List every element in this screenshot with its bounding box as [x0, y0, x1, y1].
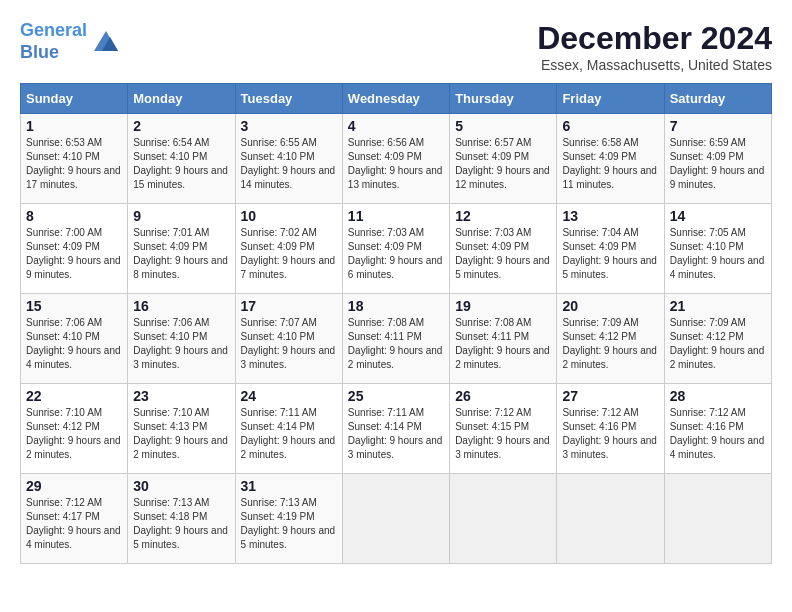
calendar-cell: 13Sunrise: 7:04 AM Sunset: 4:09 PM Dayli…: [557, 204, 664, 294]
calendar-cell: 23Sunrise: 7:10 AM Sunset: 4:13 PM Dayli…: [128, 384, 235, 474]
day-number: 25: [348, 388, 444, 404]
day-info: Sunrise: 7:13 AM Sunset: 4:18 PM Dayligh…: [133, 496, 229, 552]
calendar-cell: 7Sunrise: 6:59 AM Sunset: 4:09 PM Daylig…: [664, 114, 771, 204]
day-number: 18: [348, 298, 444, 314]
day-info: Sunrise: 6:54 AM Sunset: 4:10 PM Dayligh…: [133, 136, 229, 192]
day-number: 3: [241, 118, 337, 134]
calendar-cell: 4Sunrise: 6:56 AM Sunset: 4:09 PM Daylig…: [342, 114, 449, 204]
calendar-cell: 10Sunrise: 7:02 AM Sunset: 4:09 PM Dayli…: [235, 204, 342, 294]
day-info: Sunrise: 6:59 AM Sunset: 4:09 PM Dayligh…: [670, 136, 766, 192]
calendar-cell: 11Sunrise: 7:03 AM Sunset: 4:09 PM Dayli…: [342, 204, 449, 294]
calendar-cell: 31Sunrise: 7:13 AM Sunset: 4:19 PM Dayli…: [235, 474, 342, 564]
day-info: Sunrise: 7:03 AM Sunset: 4:09 PM Dayligh…: [455, 226, 551, 282]
day-info: Sunrise: 7:02 AM Sunset: 4:09 PM Dayligh…: [241, 226, 337, 282]
day-header-friday: Friday: [557, 84, 664, 114]
day-number: 28: [670, 388, 766, 404]
day-number: 12: [455, 208, 551, 224]
calendar-cell: 20Sunrise: 7:09 AM Sunset: 4:12 PM Dayli…: [557, 294, 664, 384]
day-info: Sunrise: 7:13 AM Sunset: 4:19 PM Dayligh…: [241, 496, 337, 552]
day-number: 21: [670, 298, 766, 314]
day-info: Sunrise: 7:07 AM Sunset: 4:10 PM Dayligh…: [241, 316, 337, 372]
day-number: 10: [241, 208, 337, 224]
day-info: Sunrise: 6:58 AM Sunset: 4:09 PM Dayligh…: [562, 136, 658, 192]
day-info: Sunrise: 6:57 AM Sunset: 4:09 PM Dayligh…: [455, 136, 551, 192]
day-info: Sunrise: 7:05 AM Sunset: 4:10 PM Dayligh…: [670, 226, 766, 282]
calendar-header: SundayMondayTuesdayWednesdayThursdayFrid…: [21, 84, 772, 114]
calendar-cell: 2Sunrise: 6:54 AM Sunset: 4:10 PM Daylig…: [128, 114, 235, 204]
day-info: Sunrise: 7:12 AM Sunset: 4:16 PM Dayligh…: [670, 406, 766, 462]
day-number: 29: [26, 478, 122, 494]
calendar-cell: 6Sunrise: 6:58 AM Sunset: 4:09 PM Daylig…: [557, 114, 664, 204]
page-header: General Blue December 2024 Essex, Massac…: [20, 20, 772, 73]
calendar-cell: 12Sunrise: 7:03 AM Sunset: 4:09 PM Dayli…: [450, 204, 557, 294]
day-number: 7: [670, 118, 766, 134]
week-row-4: 22Sunrise: 7:10 AM Sunset: 4:12 PM Dayli…: [21, 384, 772, 474]
calendar-cell: 3Sunrise: 6:55 AM Sunset: 4:10 PM Daylig…: [235, 114, 342, 204]
day-info: Sunrise: 6:53 AM Sunset: 4:10 PM Dayligh…: [26, 136, 122, 192]
day-info: Sunrise: 7:06 AM Sunset: 4:10 PM Dayligh…: [133, 316, 229, 372]
calendar-cell: 17Sunrise: 7:07 AM Sunset: 4:10 PM Dayli…: [235, 294, 342, 384]
day-number: 5: [455, 118, 551, 134]
calendar-cell: [557, 474, 664, 564]
calendar-cell: [450, 474, 557, 564]
calendar-cell: 30Sunrise: 7:13 AM Sunset: 4:18 PM Dayli…: [128, 474, 235, 564]
day-header-saturday: Saturday: [664, 84, 771, 114]
day-info: Sunrise: 7:11 AM Sunset: 4:14 PM Dayligh…: [241, 406, 337, 462]
day-info: Sunrise: 7:01 AM Sunset: 4:09 PM Dayligh…: [133, 226, 229, 282]
days-of-week-row: SundayMondayTuesdayWednesdayThursdayFrid…: [21, 84, 772, 114]
calendar-cell: 18Sunrise: 7:08 AM Sunset: 4:11 PM Dayli…: [342, 294, 449, 384]
week-row-1: 1Sunrise: 6:53 AM Sunset: 4:10 PM Daylig…: [21, 114, 772, 204]
day-header-tuesday: Tuesday: [235, 84, 342, 114]
title-area: December 2024 Essex, Massachusetts, Unit…: [537, 20, 772, 73]
day-header-wednesday: Wednesday: [342, 84, 449, 114]
calendar-cell: 21Sunrise: 7:09 AM Sunset: 4:12 PM Dayli…: [664, 294, 771, 384]
day-number: 2: [133, 118, 229, 134]
day-header-thursday: Thursday: [450, 84, 557, 114]
calendar-cell: [342, 474, 449, 564]
calendar-cell: 15Sunrise: 7:06 AM Sunset: 4:10 PM Dayli…: [21, 294, 128, 384]
day-number: 27: [562, 388, 658, 404]
month-title: December 2024: [537, 20, 772, 57]
calendar-cell: [664, 474, 771, 564]
day-info: Sunrise: 7:12 AM Sunset: 4:17 PM Dayligh…: [26, 496, 122, 552]
day-number: 20: [562, 298, 658, 314]
calendar-cell: 16Sunrise: 7:06 AM Sunset: 4:10 PM Dayli…: [128, 294, 235, 384]
calendar-cell: 19Sunrise: 7:08 AM Sunset: 4:11 PM Dayli…: [450, 294, 557, 384]
logo-icon: [90, 27, 122, 55]
week-row-5: 29Sunrise: 7:12 AM Sunset: 4:17 PM Dayli…: [21, 474, 772, 564]
calendar-cell: 22Sunrise: 7:10 AM Sunset: 4:12 PM Dayli…: [21, 384, 128, 474]
day-number: 1: [26, 118, 122, 134]
week-row-3: 15Sunrise: 7:06 AM Sunset: 4:10 PM Dayli…: [21, 294, 772, 384]
logo-line2: Blue: [20, 42, 59, 62]
day-info: Sunrise: 7:09 AM Sunset: 4:12 PM Dayligh…: [562, 316, 658, 372]
day-number: 26: [455, 388, 551, 404]
day-number: 22: [26, 388, 122, 404]
day-number: 30: [133, 478, 229, 494]
day-number: 13: [562, 208, 658, 224]
day-info: Sunrise: 7:00 AM Sunset: 4:09 PM Dayligh…: [26, 226, 122, 282]
calendar-cell: 29Sunrise: 7:12 AM Sunset: 4:17 PM Dayli…: [21, 474, 128, 564]
day-number: 6: [562, 118, 658, 134]
day-number: 31: [241, 478, 337, 494]
calendar-cell: 5Sunrise: 6:57 AM Sunset: 4:09 PM Daylig…: [450, 114, 557, 204]
day-info: Sunrise: 7:08 AM Sunset: 4:11 PM Dayligh…: [455, 316, 551, 372]
day-info: Sunrise: 7:11 AM Sunset: 4:14 PM Dayligh…: [348, 406, 444, 462]
calendar-cell: 27Sunrise: 7:12 AM Sunset: 4:16 PM Dayli…: [557, 384, 664, 474]
day-number: 9: [133, 208, 229, 224]
day-info: Sunrise: 6:55 AM Sunset: 4:10 PM Dayligh…: [241, 136, 337, 192]
calendar-cell: 1Sunrise: 6:53 AM Sunset: 4:10 PM Daylig…: [21, 114, 128, 204]
day-header-sunday: Sunday: [21, 84, 128, 114]
day-info: Sunrise: 7:06 AM Sunset: 4:10 PM Dayligh…: [26, 316, 122, 372]
day-number: 11: [348, 208, 444, 224]
day-info: Sunrise: 7:10 AM Sunset: 4:13 PM Dayligh…: [133, 406, 229, 462]
day-info: Sunrise: 7:10 AM Sunset: 4:12 PM Dayligh…: [26, 406, 122, 462]
day-number: 14: [670, 208, 766, 224]
calendar-body: 1Sunrise: 6:53 AM Sunset: 4:10 PM Daylig…: [21, 114, 772, 564]
day-number: 19: [455, 298, 551, 314]
logo-line1: General: [20, 20, 87, 40]
day-header-monday: Monday: [128, 84, 235, 114]
calendar-cell: 14Sunrise: 7:05 AM Sunset: 4:10 PM Dayli…: [664, 204, 771, 294]
day-info: Sunrise: 7:09 AM Sunset: 4:12 PM Dayligh…: [670, 316, 766, 372]
day-info: Sunrise: 6:56 AM Sunset: 4:09 PM Dayligh…: [348, 136, 444, 192]
calendar-cell: 28Sunrise: 7:12 AM Sunset: 4:16 PM Dayli…: [664, 384, 771, 474]
